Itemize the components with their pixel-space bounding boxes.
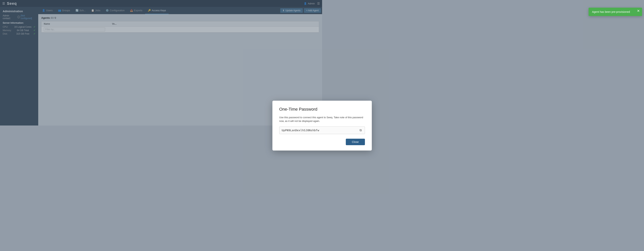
- modal-overlay: One-Time Password Use this password to c…: [0, 0, 322, 125]
- one-time-password-modal: One-Time Password Use this password to c…: [272, 101, 322, 126]
- modal-title: One-Time Password: [279, 107, 322, 112]
- modal-body-text: Use this password to connect this agent …: [279, 116, 322, 123]
